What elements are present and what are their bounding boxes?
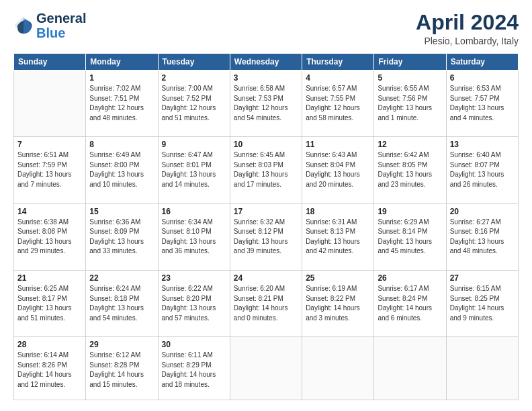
calendar-row: 28Sunrise: 6:14 AMSunset: 8:26 PMDayligh… [14,337,519,400]
calendar-header-thursday: Thursday [302,54,374,71]
calendar-cell: 13Sunrise: 6:40 AMSunset: 8:07 PMDayligh… [446,137,518,203]
day-number: 24 [234,273,298,283]
day-number: 10 [234,140,298,149]
calendar-cell: 16Sunrise: 6:34 AMSunset: 8:10 PMDayligh… [158,203,230,270]
calendar-cell: 8Sunrise: 6:49 AMSunset: 8:00 PMDaylight… [86,137,158,203]
calendar-header-row: SundayMondayTuesdayWednesdayThursdayFrid… [14,54,519,71]
calendar-cell: 5Sunrise: 6:55 AMSunset: 7:56 PMDaylight… [374,71,446,137]
calendar-row: 21Sunrise: 6:25 AMSunset: 8:17 PMDayligh… [14,271,519,337]
day-info: Sunrise: 6:51 AMSunset: 7:59 PMDaylight:… [17,150,82,189]
calendar-cell [302,337,374,400]
day-number: 20 [450,207,515,216]
calendar-header-wednesday: Wednesday [230,54,302,71]
day-info: Sunrise: 7:00 AMSunset: 7:52 PMDaylight:… [162,84,226,123]
day-number: 30 [162,340,226,349]
subtitle: Plesio, Lombardy, Italy [416,36,519,46]
day-number: 22 [89,273,154,283]
calendar-cell: 17Sunrise: 6:32 AMSunset: 8:12 PMDayligh… [230,203,302,270]
calendar-cell: 7Sunrise: 6:51 AMSunset: 7:59 PMDaylight… [14,137,86,203]
calendar-cell: 22Sunrise: 6:24 AMSunset: 8:18 PMDayligh… [86,271,158,337]
day-number: 21 [17,273,82,283]
day-info: Sunrise: 6:14 AMSunset: 8:26 PMDaylight:… [17,351,82,390]
day-info: Sunrise: 6:53 AMSunset: 7:57 PMDaylight:… [450,84,515,123]
calendar-header-sunday: Sunday [14,54,86,71]
day-info: Sunrise: 6:11 AMSunset: 8:29 PMDaylight:… [162,351,226,390]
day-number: 26 [378,273,442,283]
calendar-cell: 15Sunrise: 6:36 AMSunset: 8:09 PMDayligh… [86,203,158,270]
day-number: 14 [17,207,82,216]
logo-text: General Blue [36,11,86,40]
day-info: Sunrise: 6:45 AMSunset: 8:03 PMDaylight:… [234,150,298,189]
day-info: Sunrise: 6:47 AMSunset: 8:01 PMDaylight:… [162,150,226,189]
calendar-cell: 14Sunrise: 6:38 AMSunset: 8:08 PMDayligh… [14,203,86,270]
page: General Blue April 2024 Plesio, Lombardy… [0,0,532,411]
day-info: Sunrise: 6:24 AMSunset: 8:18 PMDaylight:… [89,284,154,323]
day-info: Sunrise: 6:27 AMSunset: 8:16 PMDaylight:… [450,218,515,257]
title-block: April 2024 Plesio, Lombardy, Italy [416,11,519,46]
day-info: Sunrise: 6:19 AMSunset: 8:22 PMDaylight:… [306,284,370,323]
calendar-row: 14Sunrise: 6:38 AMSunset: 8:08 PMDayligh… [14,203,519,270]
calendar-row: 1Sunrise: 7:02 AMSunset: 7:51 PMDaylight… [14,71,519,137]
logo-icon [13,15,34,36]
calendar-cell: 28Sunrise: 6:14 AMSunset: 8:26 PMDayligh… [14,337,86,400]
day-number: 27 [450,273,515,283]
day-number: 1 [89,73,154,83]
calendar-cell: 23Sunrise: 6:22 AMSunset: 8:20 PMDayligh… [158,271,230,337]
day-number: 28 [17,340,82,349]
day-number: 4 [306,73,370,83]
day-number: 9 [162,140,226,149]
day-number: 19 [378,207,442,216]
day-info: Sunrise: 6:34 AMSunset: 8:10 PMDaylight:… [162,218,226,257]
day-info: Sunrise: 6:15 AMSunset: 8:25 PMDaylight:… [450,284,515,323]
calendar-cell: 1Sunrise: 7:02 AMSunset: 7:51 PMDaylight… [86,71,158,137]
calendar-cell: 10Sunrise: 6:45 AMSunset: 8:03 PMDayligh… [230,137,302,203]
day-info: Sunrise: 6:20 AMSunset: 8:21 PMDaylight:… [234,284,298,323]
day-info: Sunrise: 6:25 AMSunset: 8:17 PMDaylight:… [17,284,82,323]
calendar-cell: 2Sunrise: 7:00 AMSunset: 7:52 PMDaylight… [158,71,230,137]
calendar-cell: 11Sunrise: 6:43 AMSunset: 8:04 PMDayligh… [302,137,374,203]
day-number: 12 [378,140,442,149]
day-number: 7 [17,140,82,149]
calendar-cell: 24Sunrise: 6:20 AMSunset: 8:21 PMDayligh… [230,271,302,337]
calendar-header-tuesday: Tuesday [158,54,230,71]
logo: General Blue [13,11,86,40]
day-number: 29 [89,340,154,349]
calendar-cell: 21Sunrise: 6:25 AMSunset: 8:17 PMDayligh… [14,271,86,337]
day-info: Sunrise: 6:43 AMSunset: 8:04 PMDaylight:… [306,150,370,189]
day-info: Sunrise: 6:49 AMSunset: 8:00 PMDaylight:… [89,150,154,189]
day-info: Sunrise: 6:55 AMSunset: 7:56 PMDaylight:… [378,84,442,123]
calendar-cell: 20Sunrise: 6:27 AMSunset: 8:16 PMDayligh… [446,203,518,270]
calendar-cell: 25Sunrise: 6:19 AMSunset: 8:22 PMDayligh… [302,271,374,337]
day-number: 23 [162,273,226,283]
day-info: Sunrise: 6:42 AMSunset: 8:05 PMDaylight:… [378,150,442,189]
calendar-cell [230,337,302,400]
day-info: Sunrise: 6:17 AMSunset: 8:24 PMDaylight:… [378,284,442,323]
day-info: Sunrise: 6:36 AMSunset: 8:09 PMDaylight:… [89,218,154,257]
calendar-cell: 19Sunrise: 6:29 AMSunset: 8:14 PMDayligh… [374,203,446,270]
calendar-table: SundayMondayTuesdayWednesdayThursdayFrid… [13,53,519,400]
day-info: Sunrise: 6:38 AMSunset: 8:08 PMDaylight:… [17,218,82,257]
header: General Blue April 2024 Plesio, Lombardy… [13,11,519,46]
day-info: Sunrise: 6:29 AMSunset: 8:14 PMDaylight:… [378,218,442,257]
calendar-cell: 27Sunrise: 6:15 AMSunset: 8:25 PMDayligh… [446,271,518,337]
calendar-cell: 30Sunrise: 6:11 AMSunset: 8:29 PMDayligh… [158,337,230,400]
day-info: Sunrise: 6:40 AMSunset: 8:07 PMDaylight:… [450,150,515,189]
calendar-header-saturday: Saturday [446,54,518,71]
day-info: Sunrise: 7:02 AMSunset: 7:51 PMDaylight:… [89,84,154,123]
day-info: Sunrise: 6:57 AMSunset: 7:55 PMDaylight:… [306,84,370,123]
day-number: 11 [306,140,370,149]
day-number: 15 [89,207,154,216]
calendar-cell: 3Sunrise: 6:58 AMSunset: 7:53 PMDaylight… [230,71,302,137]
calendar-cell: 12Sunrise: 6:42 AMSunset: 8:05 PMDayligh… [374,137,446,203]
day-number: 8 [89,140,154,149]
calendar-cell [374,337,446,400]
day-info: Sunrise: 6:31 AMSunset: 8:13 PMDaylight:… [306,218,370,257]
day-number: 17 [234,207,298,216]
day-number: 13 [450,140,515,149]
calendar-cell [14,71,86,137]
calendar-cell: 29Sunrise: 6:12 AMSunset: 8:28 PMDayligh… [86,337,158,400]
calendar-cell [446,337,518,400]
calendar-cell: 18Sunrise: 6:31 AMSunset: 8:13 PMDayligh… [302,203,374,270]
day-number: 25 [306,273,370,283]
day-number: 2 [162,73,226,83]
